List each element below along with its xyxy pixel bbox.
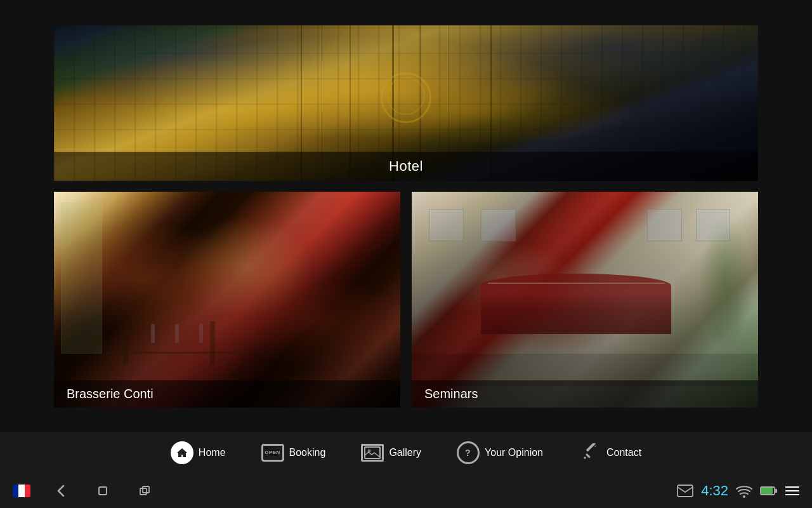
time-display: 4:32 (701, 483, 728, 499)
svg-rect-8 (678, 485, 693, 497)
hero-label: Hotel (54, 152, 758, 181)
hero-title: Hotel (389, 158, 423, 174)
svg-rect-4 (586, 443, 596, 451)
language-flag[interactable] (13, 485, 30, 497)
nav-bar: Home OPEN Booking Gal (0, 432, 812, 473)
seminars-title: Seminars (424, 387, 478, 401)
nav-contact-label: Contact (606, 447, 641, 458)
status-left (13, 479, 156, 502)
open-text: OPEN (265, 450, 280, 455)
nav-home[interactable]: Home (153, 432, 244, 473)
hero-tile[interactable]: Hotel (54, 25, 758, 181)
status-bar: 4:32 (0, 473, 812, 508)
booking-icon: OPEN (261, 441, 284, 464)
nav-home-label: Home (199, 447, 226, 458)
svg-rect-5 (99, 487, 107, 495)
tiles-row: Brasserie Conti (54, 192, 758, 408)
brasserie-tile[interactable]: Brasserie Conti (54, 192, 400, 408)
contact-icon (579, 441, 601, 464)
nav-gallery[interactable]: Gallery (343, 432, 439, 473)
app-container: Hotel Brasserie C (0, 0, 812, 508)
seminars-tile[interactable]: Seminars (412, 192, 758, 408)
seminars-label: Seminars (412, 380, 758, 408)
nav-contact[interactable]: Contact (561, 432, 659, 473)
status-right: 4:32 (677, 483, 799, 499)
wifi-icon (736, 484, 752, 498)
nav-gallery-label: Gallery (389, 447, 421, 458)
recents-button[interactable] (133, 479, 156, 502)
opinion-icon: ? (457, 441, 480, 464)
gallery-icon (361, 441, 384, 464)
svg-rect-0 (365, 447, 380, 458)
brasserie-label: Brasserie Conti (54, 380, 400, 408)
email-icon (677, 485, 693, 497)
svg-rect-11 (761, 488, 773, 494)
svg-rect-7 (143, 486, 149, 493)
nav-opinion-label: Your Opinion (485, 447, 543, 458)
svg-point-9 (743, 495, 745, 498)
android-home-button[interactable] (91, 479, 114, 502)
menu-icon[interactable] (785, 486, 799, 495)
battery-icon (760, 485, 778, 497)
brasserie-title: Brasserie Conti (67, 387, 154, 401)
nav-booking-label: Booking (289, 447, 326, 458)
svg-rect-12 (775, 489, 777, 493)
nav-opinion[interactable]: ? Your Opinion (439, 432, 561, 473)
nav-booking[interactable]: OPEN Booking (244, 432, 344, 473)
svg-rect-3 (586, 453, 591, 458)
svg-rect-6 (140, 488, 147, 495)
svg-text:?: ? (465, 448, 471, 458)
back-button[interactable] (49, 479, 72, 502)
home-icon (171, 441, 193, 464)
